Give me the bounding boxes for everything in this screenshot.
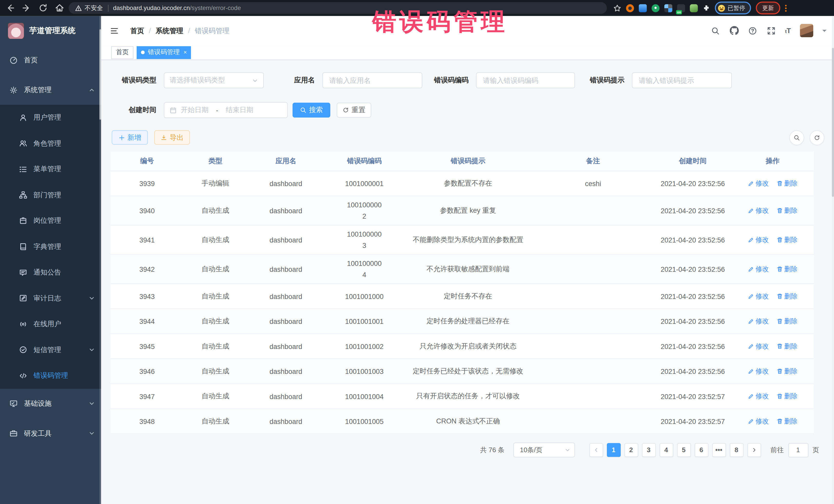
edit-link[interactable]: 修改: [748, 179, 769, 188]
sidebar-item-error-code[interactable]: 错误码管理: [0, 363, 101, 389]
profile-paused-badge[interactable]: 已暂停: [715, 2, 751, 14]
sidebar-item-audit-log[interactable]: 审计日志: [0, 285, 101, 311]
edit-link[interactable]: 修改: [748, 317, 769, 326]
sidebar-item-departments[interactable]: 部门管理: [0, 182, 101, 208]
error-type-select[interactable]: 请选择错误码类型: [164, 72, 264, 88]
browser-menu-kebab-icon[interactable]: [785, 5, 787, 12]
prev-page-button[interactable]: [589, 443, 603, 457]
date-range-picker[interactable]: 开始日期 - 结束日期: [164, 102, 288, 118]
browser-update-button[interactable]: 更新: [756, 2, 780, 14]
refresh-table-icon[interactable]: [810, 130, 825, 145]
page-size-select[interactable]: 10条/页: [513, 442, 575, 457]
add-button[interactable]: 新增: [112, 130, 148, 145]
address-bar[interactable]: 不安全 dashboard.yudao.iocoder.cn/system/er…: [68, 2, 607, 14]
delete-link[interactable]: 删除: [776, 317, 797, 326]
home-icon[interactable]: [54, 3, 64, 13]
forward-icon[interactable]: [22, 3, 31, 13]
extension-icon-gem[interactable]: [639, 4, 647, 12]
cell-created: 2021-04-20 23:52:56: [654, 314, 731, 328]
extensions-puzzle-icon[interactable]: [703, 4, 710, 12]
delete-link[interactable]: 删除: [776, 292, 797, 301]
hamburger-icon[interactable]: [110, 26, 118, 35]
github-icon[interactable]: [729, 26, 739, 36]
delete-link[interactable]: 删除: [776, 392, 797, 401]
help-icon[interactable]: [748, 26, 757, 36]
error-code-input[interactable]: [476, 72, 575, 88]
search-icon[interactable]: [710, 26, 720, 36]
reload-icon[interactable]: [38, 3, 48, 13]
edit-link[interactable]: 修改: [748, 265, 769, 273]
export-button[interactable]: 导出: [154, 130, 190, 145]
cell-type: 自动生成: [183, 232, 247, 248]
sidebar-item-notices[interactable]: 通知公告: [0, 259, 101, 285]
page-number-button[interactable]: 2: [624, 443, 638, 457]
error-hint-input[interactable]: [632, 72, 732, 88]
app-logo[interactable]: 芋道管理系统: [0, 16, 101, 45]
delete-link[interactable]: 删除: [776, 342, 797, 351]
edit-link[interactable]: 修改: [748, 367, 769, 376]
extension-icon-on-badge[interactable]: on: [677, 4, 685, 12]
delete-link[interactable]: 删除: [776, 367, 797, 376]
sidebar-item-dictionary[interactable]: 字典管理: [0, 234, 101, 260]
sidebar-item-system[interactable]: 系统管理: [0, 75, 101, 105]
extension-icon-key[interactable]: [690, 4, 698, 12]
tab-error-code[interactable]: 错误码管理 ×: [137, 46, 191, 59]
delete-link[interactable]: 删除: [776, 206, 797, 215]
goto-page-input[interactable]: [788, 443, 808, 457]
sidebar-item-sms[interactable]: 短信管理: [0, 337, 101, 363]
tab-close-icon[interactable]: ×: [183, 49, 187, 56]
user-avatar[interactable]: [800, 24, 813, 37]
edit-link[interactable]: 修改: [748, 235, 769, 244]
next-page-button[interactable]: [747, 443, 761, 457]
font-size-icon[interactable]: tT: [785, 27, 791, 35]
page-number-button[interactable]: 4: [659, 443, 673, 457]
show-search-toggle-icon[interactable]: [789, 130, 804, 145]
tab-home[interactable]: 首页: [111, 46, 133, 59]
page-number-button[interactable]: •••: [712, 443, 726, 457]
edit-link[interactable]: 修改: [748, 392, 769, 401]
page-number-button[interactable]: 5: [677, 443, 691, 457]
delete-link[interactable]: 删除: [776, 265, 797, 273]
edit-link[interactable]: 修改: [748, 417, 769, 426]
cell-remark: [532, 207, 654, 214]
page-number-button[interactable]: 3: [642, 443, 656, 457]
edit-link[interactable]: 修改: [748, 206, 769, 215]
extension-icon-green-check[interactable]: [652, 4, 659, 12]
sidebar-scrollbar[interactable]: [100, 16, 101, 504]
sidebar-item-home[interactable]: 首页: [0, 45, 101, 75]
page-number-button[interactable]: 1: [607, 443, 620, 457]
back-icon[interactable]: [5, 3, 15, 13]
sidebar-item-infrastructure[interactable]: 基础设施: [0, 389, 101, 418]
sidebar-item-roles[interactable]: 角色管理: [0, 131, 101, 156]
edit-link[interactable]: 修改: [748, 292, 769, 301]
app-name-input[interactable]: [322, 72, 422, 88]
bookmark-star-icon[interactable]: [613, 4, 621, 12]
breadcrumb-system[interactable]: 系统管理: [156, 26, 183, 36]
window-scrollbar[interactable]: [832, 16, 834, 504]
fullscreen-icon[interactable]: [767, 26, 776, 36]
sidebar-item-dev-tools[interactable]: 研发工具: [0, 418, 101, 448]
cell-created: 2021-04-20 23:52:57: [654, 414, 731, 429]
cell-hint: 不允许获取敏感配置到前端: [404, 261, 532, 277]
edit-pencil-icon: [748, 207, 754, 214]
page-number-button[interactable]: 8: [729, 443, 743, 457]
search-button[interactable]: 搜索: [292, 103, 330, 117]
page-number-button[interactable]: 6: [695, 443, 708, 457]
annotation-title: 错误码管理: [372, 6, 508, 38]
extension-icon-grid[interactable]: [664, 4, 672, 12]
extension-icon-orange[interactable]: [626, 4, 634, 12]
avatar-caret-icon[interactable]: [822, 29, 827, 34]
sidebar-item-users[interactable]: 用户管理: [0, 105, 101, 131]
sidebar-item-menus[interactable]: 菜单管理: [0, 156, 101, 182]
trash-icon: [776, 418, 783, 424]
col-header-type: 类型: [183, 153, 247, 169]
delete-link[interactable]: 删除: [776, 417, 797, 426]
sidebar-item-online-users[interactable]: 在线用户: [0, 311, 101, 337]
delete-link[interactable]: 删除: [776, 235, 797, 244]
org-tree-icon: [19, 191, 27, 199]
reset-button[interactable]: 重置: [337, 103, 371, 117]
breadcrumb-home[interactable]: 首页: [130, 26, 144, 36]
delete-link[interactable]: 删除: [776, 179, 797, 188]
sidebar-item-posts[interactable]: 岗位管理: [0, 208, 101, 234]
edit-link[interactable]: 修改: [748, 342, 769, 351]
